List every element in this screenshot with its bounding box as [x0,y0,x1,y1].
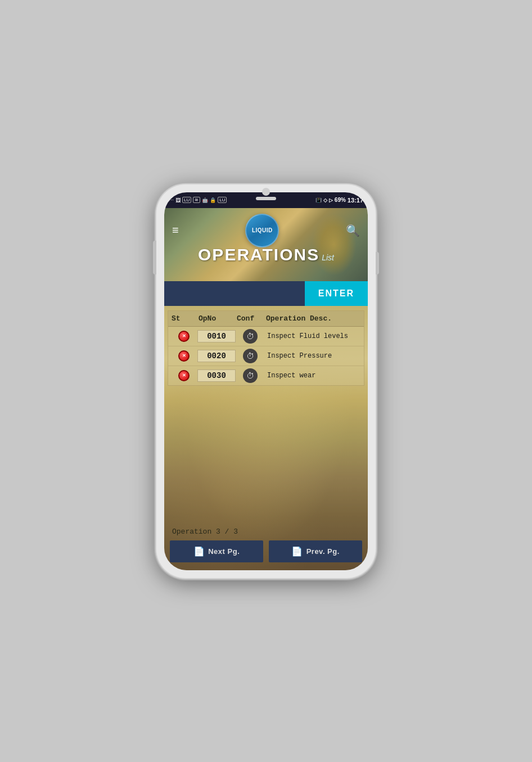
conf-cell-3: ⏱ [236,368,265,383]
signal-icon: ▷ [329,197,333,203]
search-icon[interactable]: 🔍 [346,224,360,237]
opno-cell-2: 0020 [197,350,236,362]
table-row[interactable]: 0010 ⏱ Inspect Fluid levels [168,327,364,346]
prev-page-icon: 📄 [291,546,303,557]
header-nav: ≡ LIQUID 🔍 [164,208,368,247]
pagination-count: Operation 3 / 3 [170,527,362,536]
status-icon-6: 🔒 [210,197,216,203]
app-header: ≡ LIQUID 🔍 OPERATIONSList [164,208,368,281]
conf-icon-2: ⏱ [243,349,258,363]
pagination-buttons: 📄 Next Pg. 📄 Prev. Pg. [170,540,362,562]
vibrate-icon: 📳 [315,197,322,203]
next-page-icon: 📄 [193,546,205,557]
desc-cell-2: Inspect Pressure [265,352,362,360]
page-title-sub: List [322,253,334,262]
front-camera [262,188,270,196]
conf-cell-1: ⏱ [236,329,265,344]
col-header-conf: Conf [236,313,265,324]
col-header-st: St [170,313,197,324]
table-header-row: St OpNo Conf Operation Desc. [168,311,364,327]
wifi-icon: ◇ [323,197,327,203]
status-icon-4: ≋ [193,197,200,203]
speaker [256,197,276,200]
status-icon-1: ⋯ [169,197,174,203]
status-icon-7: LU [218,197,227,203]
table-row[interactable]: 0030 ⏱ Inspect wear [168,366,364,385]
status-right-icons: 📳 ◇ ▷ 69% 13:17 [315,197,363,204]
operations-table: St OpNo Conf Operation Desc. 0010 [168,310,364,386]
status-dot-red-1 [178,331,190,342]
desc-cell-3: Inspect wear [265,372,362,380]
phone-screen: ⋯ 🖼 LU ≋ 🤖 🔒 LU 📳 ◇ ▷ 69% 13:17 ≡ [164,192,368,570]
header-title-area: OPERATIONSList [164,245,368,269]
status-left-icons: ⋯ 🖼 LU ≋ 🤖 🔒 LU [169,197,227,203]
prev-page-label: Prev. Pg. [306,547,340,556]
screen-content: ≡ LIQUID 🔍 OPERATIONSList ENTER [164,208,368,570]
status-cell-3 [170,370,197,381]
prev-page-button[interactable]: 📄 Prev. Pg. [269,540,362,562]
conf-icon-1: ⏱ [243,329,258,344]
desc-cell-1: Inspect Fluid levels [265,332,362,340]
time-display: 13:17 [348,197,363,204]
col-header-opno: OpNo [197,313,236,324]
content-wrapper: St OpNo Conf Operation Desc. 0010 [164,306,368,570]
status-icon-3: LU [182,197,191,203]
app-logo[interactable]: LIQUID [245,214,279,247]
enter-bar: ENTER [164,281,368,306]
main-content: St OpNo Conf Operation Desc. 0010 [164,306,368,570]
next-page-label: Next Pg. [208,547,240,556]
battery-percent: 69% [335,197,346,203]
pagination-area: Operation 3 / 3 📄 Next Pg. 📄 Prev. Pg. [164,522,368,570]
phone-frame: ⋯ 🖼 LU ≋ 🤖 🔒 LU 📳 ◇ ▷ 69% 13:17 ≡ [156,184,376,578]
status-dot-red-2 [178,350,190,362]
opno-cell-3: 0030 [197,369,236,382]
conf-cell-2: ⏱ [236,349,265,363]
page-title-main: OPERATIONS [198,245,319,264]
status-cell-2 [170,350,197,362]
status-icon-2: 🖼 [175,197,181,203]
next-page-button[interactable]: 📄 Next Pg. [170,540,263,562]
table-row[interactable]: 0020 ⏱ Inspect Pressure [168,346,364,366]
status-dot-red-3 [178,370,190,381]
conf-icon-3: ⏱ [243,368,258,383]
opno-cell-1: 0010 [197,330,236,342]
status-icon-5: 🤖 [202,197,208,203]
hamburger-menu-icon[interactable]: ≡ [172,224,179,237]
col-header-desc: Operation Desc. [265,313,362,324]
enter-button[interactable]: ENTER [305,281,368,306]
status-cell-1 [170,331,197,342]
